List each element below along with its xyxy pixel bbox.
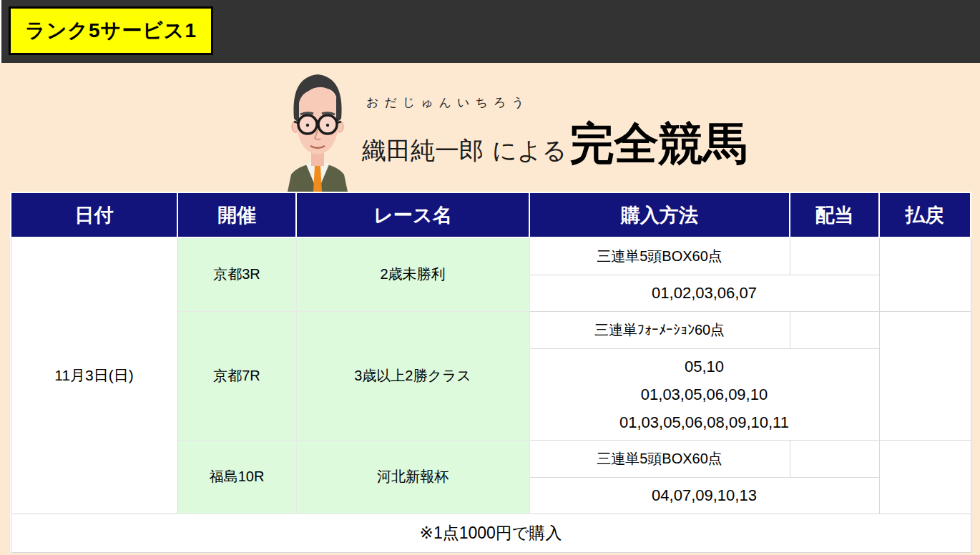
header-date: 日付 — [11, 192, 177, 237]
cell-race-name: 河北新報杯 — [296, 440, 529, 514]
header-dividend: 配当 — [790, 192, 879, 237]
table-header-row: 日付 開催 レース名 購入方法 配当 払戻 — [11, 192, 971, 237]
author-name: 織田純一郎 — [362, 134, 484, 167]
cell-date: 11月3日(日) — [11, 237, 177, 514]
cell-race-name: 3歳以上2勝クラス — [296, 311, 529, 440]
cell-dividend — [790, 237, 879, 275]
title-connector: による — [492, 134, 567, 167]
header-race-name: レース名 — [296, 192, 529, 237]
rank-service-badge: ランク5サービス1 — [9, 6, 213, 55]
header-payout: 払戻 — [879, 192, 971, 237]
author-avatar — [285, 66, 351, 192]
rank-service-badge-label: ランク5サービス1 — [25, 9, 197, 52]
header-purchase-method: 購入方法 — [529, 192, 790, 237]
cell-dividend — [790, 440, 879, 477]
header-venue: 開催 — [177, 192, 296, 237]
cell-dividend — [790, 311, 879, 348]
cell-payout — [879, 237, 971, 311]
cell-race-name: 2歳未勝利 — [296, 237, 529, 311]
author-furigana: おだじゅんいちろう — [366, 94, 747, 111]
hero-section: おだじゅんいちろう 織田純一郎 による 完全競馬 — [0, 63, 980, 192]
cell-payout — [879, 311, 971, 440]
table-footer-row: ※1点1000円で購入 — [11, 514, 971, 552]
race-results-table: 日付 開催 レース名 購入方法 配当 払戻 11月3日(日) 京都3R 2歳未勝… — [10, 192, 971, 553]
cell-numbers: 01,02,03,06,07 — [529, 275, 879, 311]
page-title-block: おだじゅんいちろう 織田純一郎 による 完全競馬 — [362, 94, 747, 174]
cell-venue: 福島10R — [177, 440, 296, 514]
avatar-tie — [313, 166, 322, 192]
table-row: 11月3日(日) 京都3R 2歳未勝利 三連単5頭BOX60点 — [11, 237, 971, 275]
cell-numbers: 04,07,09,10,13 — [529, 477, 879, 514]
page-title: 完全競馬 — [569, 114, 747, 174]
cell-venue: 京都7R — [177, 311, 296, 440]
cell-numbers: 05,10 01,03,05,06,09,10 01,03,05,06,08,0… — [529, 348, 879, 440]
cell-method: 三連単5頭BOX60点 — [529, 237, 790, 275]
top-bar: ランク5サービス1 — [0, 0, 980, 63]
footnote: ※1点1000円で購入 — [11, 514, 971, 552]
cell-venue: 京都3R — [177, 237, 296, 311]
cell-method: 三連単ﾌｫｰﾒｰｼｮﾝ60点 — [529, 311, 790, 348]
cell-method: 三連単5頭BOX60点 — [529, 440, 790, 477]
cell-payout — [879, 440, 971, 514]
